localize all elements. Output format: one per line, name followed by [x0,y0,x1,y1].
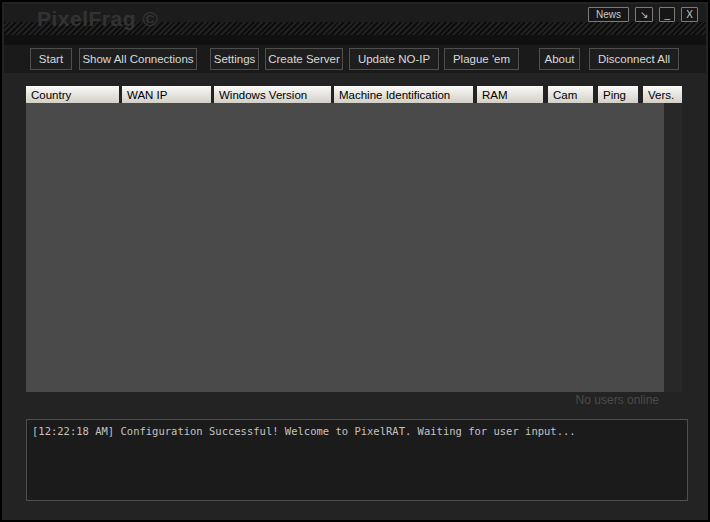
titlebar: PixelFrag © News ↘ _ X [4,4,706,45]
start-button[interactable]: Start [30,48,72,70]
column-header-windows-version[interactable]: Windows Version [214,86,331,103]
minimize-icon: _ [665,9,671,20]
create-server-button[interactable]: Create Server [265,48,343,70]
app-title: PixelFrag © [37,7,158,31]
log-line: [12:22:18 AM] Configuration Successful! … [32,425,682,437]
column-header-vers[interactable]: Vers. [643,86,682,103]
connections-table-body [26,103,664,392]
column-header-cam[interactable]: Cam [548,86,593,103]
log-panel: [12:22:18 AM] Configuration Successful! … [26,419,688,501]
window-controls: News ↘ _ X [588,7,698,22]
column-header-ram[interactable]: RAM [477,86,543,103]
settings-button[interactable]: Settings [210,48,259,70]
app-window: PixelFrag © News ↘ _ X Start Show All Co… [0,0,710,522]
status-text: No users online [26,393,659,407]
close-button[interactable]: X [681,7,698,22]
about-button[interactable]: About [539,48,580,70]
disconnect-all-button[interactable]: Disconnect All [589,48,679,70]
titlebar-lower-strip [4,35,706,45]
minimize-button[interactable]: _ [659,7,675,22]
update-no-ip-button[interactable]: Update NO-IP [349,48,439,70]
resize-arrow-icon: ↘ [640,9,648,20]
plague-em-button[interactable]: Plague 'em [444,48,519,70]
column-header-country[interactable]: Country [26,86,119,103]
column-header-machine-identification[interactable]: Machine Identification [334,86,473,103]
connections-table-header: Country WAN IP Windows Version Machine I… [26,86,682,103]
toolbar: Start Show All Connections Settings Crea… [4,45,706,73]
close-icon: X [686,9,693,20]
column-header-ping[interactable]: Ping [598,86,638,103]
column-header-wan-ip[interactable]: WAN IP [122,86,211,103]
news-button[interactable]: News [588,7,629,22]
resize-button[interactable]: ↘ [635,7,653,22]
scrollbar-track [664,103,682,392]
show-all-connections-button[interactable]: Show All Connections [79,48,197,70]
